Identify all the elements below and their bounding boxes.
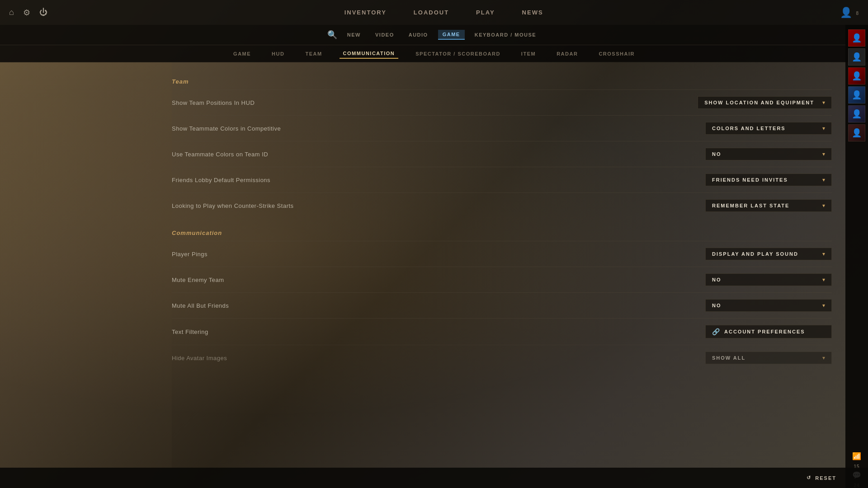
setting-value-friends-lobby: FRIENDS NEED INVITES <box>712 177 788 183</box>
setting-row-hide-avatar-images: Hide Avatar Images SHOW ALL ▾ <box>172 345 832 371</box>
tab-video[interactable]: VIDEO <box>371 30 399 39</box>
reset-label: RESET <box>815 475 836 481</box>
subtab-game[interactable]: GAME <box>230 49 255 58</box>
reset-button[interactable]: ↺ RESET <box>807 475 836 481</box>
nav-loadout[interactable]: LOADOUT <box>414 7 449 18</box>
setting-label-mute-all-but-friends: Mute All But Friends <box>172 302 229 309</box>
subtab-item[interactable]: ITEM <box>518 49 539 58</box>
avatar-3[interactable]: 👤 <box>848 67 865 84</box>
setting-value-mute-all-but-friends: NO <box>712 303 722 308</box>
top-bar: ⌂ ⚙ ⏻ INVENTORY LOADOUT PLAY NEWS 👤 8 <box>0 0 868 25</box>
avatar-5[interactable]: 👤 <box>848 105 865 122</box>
setting-row-mute-enemy-team: Mute Enemy Team NO ▾ <box>172 267 832 292</box>
setting-label-mute-enemy-team: Mute Enemy Team <box>172 277 224 283</box>
search-icon[interactable]: 🔍 <box>327 30 337 40</box>
setting-label-friends-lobby: Friends Lobby Default Permissions <box>172 177 270 183</box>
right-sidebar: 👤 👤 👤 👤 👤 👤 📶 15 💬 24 <box>845 25 868 488</box>
settings-nav: 🔍 NEW VIDEO AUDIO GAME KEYBOARD / MOUSE <box>0 25 868 45</box>
subtab-spectator[interactable]: SPECTATOR / SCOREBOARD <box>412 49 504 58</box>
tab-game[interactable]: GAME <box>438 30 465 40</box>
chevron-icon-show-teammate-colors: ▾ <box>822 125 825 131</box>
settings-icon[interactable]: ⚙ <box>23 8 30 18</box>
setting-control-looking-to-play[interactable]: REMEMBER LAST STATE ▾ <box>705 199 832 212</box>
setting-label-hide-avatar-images: Hide Avatar Images <box>172 355 227 361</box>
sub-nav: GAME HUD TEAM COMMUNICATION SPECTATOR / … <box>0 45 868 62</box>
setting-row-show-team-positions: Show Team Positions In HUD SHOW LOCATION… <box>172 89 832 115</box>
setting-label-show-teammate-colors: Show Teammate Colors in Competitive <box>172 125 281 132</box>
home-icon[interactable]: ⌂ <box>9 8 14 17</box>
setting-control-mute-all-but-friends[interactable]: NO ▾ <box>705 299 832 312</box>
subtab-radar[interactable]: RADAR <box>553 49 581 58</box>
nav-play[interactable]: PLAY <box>476 7 495 18</box>
subtab-team[interactable]: TEAM <box>302 49 326 58</box>
chevron-icon-friends-lobby: ▾ <box>822 177 825 183</box>
avatar-6[interactable]: 👤 <box>848 124 865 141</box>
setting-row-player-pings: Player Pings DISPLAY AND PLAY SOUND ▾ <box>172 241 832 267</box>
reset-icon: ↺ <box>807 475 811 481</box>
setting-control-mute-enemy-team[interactable]: NO ▾ <box>705 273 832 286</box>
profile-icon[interactable]: 👤 <box>840 7 852 19</box>
subtab-crosshair[interactable]: CROSSHAIR <box>595 49 638 58</box>
chevron-icon-mute-enemy-team: ▾ <box>822 277 825 283</box>
setting-value-hide-avatar-images: SHOW ALL <box>712 355 745 361</box>
tab-new[interactable]: NEW <box>343 30 365 39</box>
main-content: Team Show Team Positions In HUD SHOW LOC… <box>172 62 832 465</box>
chevron-icon-show-team-positions: ▾ <box>822 99 825 106</box>
chevron-icon-mute-all-but-friends: ▾ <box>822 302 825 309</box>
setting-value-mute-enemy-team: NO <box>712 277 722 282</box>
setting-control-hide-avatar-images[interactable]: SHOW ALL ▾ <box>705 352 832 364</box>
setting-control-text-filtering[interactable]: 🔗 ACCOUNT PREFERENCES <box>705 325 832 338</box>
chevron-icon-looking-to-play: ▾ <box>822 202 825 209</box>
chevron-icon-player-pings: ▾ <box>822 251 825 257</box>
nav-inventory[interactable]: INVENTORY <box>344 7 387 18</box>
setting-label-use-teammate-colors: Use Teammate Colors on Team ID <box>172 151 268 158</box>
setting-label-looking-to-play: Looking to Play when Counter-Strike Star… <box>172 202 294 209</box>
power-icon[interactable]: ⏻ <box>39 8 47 17</box>
chevron-icon-use-teammate-colors: ▾ <box>822 151 825 157</box>
setting-control-use-teammate-colors[interactable]: NO ▾ <box>705 148 832 160</box>
setting-label-text-filtering: Text Filtering <box>172 328 208 335</box>
setting-row-text-filtering: Text Filtering 🔗 ACCOUNT PREFERENCES <box>172 318 832 345</box>
avatar-4[interactable]: 👤 <box>848 86 865 103</box>
chevron-icon-hide-avatar-images: ▾ <box>822 355 825 361</box>
setting-control-show-teammate-colors[interactable]: COLORS AND LETTERS ▾ <box>705 122 832 135</box>
setting-row-friends-lobby: Friends Lobby Default Permissions FRIEND… <box>172 167 832 192</box>
setting-value-use-teammate-colors: NO <box>712 151 722 157</box>
avatar-1[interactable]: 👤 <box>848 29 865 47</box>
team-section-header: Team <box>172 71 832 89</box>
communication-section-header: Communication <box>172 218 832 241</box>
tab-audio[interactable]: AUDIO <box>404 30 433 39</box>
setting-value-show-teammate-colors: COLORS AND LETTERS <box>712 126 786 131</box>
top-bar-left: ⌂ ⚙ ⏻ <box>9 8 47 18</box>
setting-label-player-pings: Player Pings <box>172 251 208 258</box>
top-bar-right: 👤 8 <box>840 7 859 19</box>
player-count: 8 <box>856 11 859 16</box>
setting-row-use-teammate-colors: Use Teammate Colors on Team ID NO ▾ <box>172 141 832 167</box>
main-nav: INVENTORY LOADOUT PLAY NEWS <box>47 7 840 18</box>
setting-control-friends-lobby[interactable]: FRIENDS NEED INVITES ▾ <box>705 174 832 186</box>
setting-row-looking-to-play: Looking to Play when Counter-Strike Star… <box>172 192 832 218</box>
setting-control-player-pings[interactable]: DISPLAY AND PLAY SOUND ▾ <box>705 248 832 260</box>
setting-value-show-team-positions: SHOW LOCATION AND EQUIPMENT <box>704 100 814 105</box>
nav-news[interactable]: NEWS <box>522 7 543 18</box>
subtab-hud[interactable]: HUD <box>268 49 288 58</box>
setting-value-text-filtering: ACCOUNT PREFERENCES <box>724 329 805 334</box>
external-link-icon: 🔗 <box>712 328 720 335</box>
setting-value-looking-to-play: REMEMBER LAST STATE <box>712 203 789 208</box>
avatar-2[interactable]: 👤 <box>848 48 865 66</box>
setting-control-show-team-positions[interactable]: SHOW LOCATION AND EQUIPMENT ▾ <box>698 96 832 109</box>
signal-icon[interactable]: 📶 <box>852 452 861 460</box>
setting-row-mute-all-but-friends: Mute All But Friends NO ▾ <box>172 292 832 318</box>
tab-keyboard-mouse[interactable]: KEYBOARD / MOUSE <box>470 30 541 39</box>
setting-value-player-pings: DISPLAY AND PLAY SOUND <box>712 251 798 257</box>
setting-label-show-team-positions: Show Team Positions In HUD <box>172 99 255 106</box>
setting-row-show-teammate-colors: Show Teammate Colors in Competitive COLO… <box>172 115 832 141</box>
bottom-bar: ↺ RESET <box>0 468 868 488</box>
subtab-communication[interactable]: COMMUNICATION <box>340 49 399 59</box>
left-background <box>0 62 172 468</box>
